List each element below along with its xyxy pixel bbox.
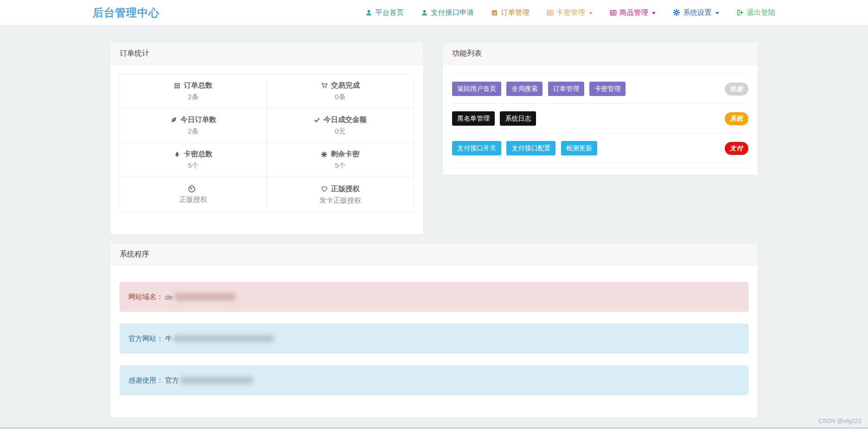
blacklist-management-button[interactable]: 黑名单管理 [452,111,495,126]
alert-value-prefix: 牛 [165,334,172,343]
alert-value-prefix: de [165,293,173,301]
system-program-card: 系统程序 网站域名： de 官方网站： 牛 感谢使用： 官方 [110,243,758,418]
redacted-text [181,377,253,384]
navbar-container: 后台管理中心 平台首页 支付接口申请 订单管理 [93,0,775,25]
top-row: 订单统计 订单总数 2条 交易完成 0条 今日订单数 2条 [110,42,758,235]
check-icon [314,117,320,123]
function-list-card: 功能列表 返回用户首页 全局搜索 订单管理 卡密管理 快捷 [442,42,758,175]
burst-icon [321,151,327,158]
alert-value-prefix: 官方 [165,376,179,385]
nav-item-order-management[interactable]: 订单管理 [491,8,530,18]
alert-label: 感谢使用： [128,376,163,385]
nav-item-card-management[interactable]: 卡密管理 [547,8,593,18]
user-icon [421,9,428,16]
stat-value: 0元 [335,127,345,136]
stat-cell-today-orders: 今日订单数 2条 [120,109,267,143]
order-stats-title: 订单统计 [110,42,423,64]
function-row-payment: 支付接口开关 支付接口配置 检测更新 支付 [452,134,748,163]
stats-table: 订单总数 2条 交易完成 0条 今日订单数 2条 今日成交金额 0元 [120,74,414,212]
gauge-icon [188,185,196,193]
list-icon [610,9,617,16]
nav-item-product-management[interactable]: 商品管理 [610,8,656,18]
cart-icon [321,82,328,89]
nav-label: 订单管理 [501,8,530,18]
stat-value: 5个 [188,161,198,170]
order-stats-card: 订单统计 订单总数 2条 交易完成 0条 今日订单数 2条 [110,42,424,235]
alert-label: 官方网站： [128,334,163,343]
heart-icon [321,186,328,192]
function-row-quick: 返回用户首页 全局搜索 订单管理 卡密管理 快捷 [452,74,748,104]
nav-label: 平台首页 [375,8,404,18]
system-program-title: 系统程序 [110,243,758,265]
function-list-title: 功能列表 [443,42,758,64]
stat-cell-license: 正版授权 [120,177,267,211]
quick-badge: 快捷 [725,83,748,96]
nav-label: 支付接口申请 [431,8,474,18]
alert-site-domain: 网站域名： de [120,282,748,312]
payment-switch-button[interactable]: 支付接口开关 [452,141,501,155]
stat-cell-today-amount: 今日成交金额 0元 [267,109,414,143]
alert-label: 网站域名： [128,293,163,301]
stat-value: 2条 [188,127,198,136]
check-update-button[interactable]: 检测更新 [561,141,597,155]
card-management-button[interactable]: 卡密管理 [589,82,625,96]
redacted-text [175,293,235,301]
nav-item-system-settings[interactable]: 系统设置 [673,8,719,18]
chevron-down-icon [652,12,656,14]
function-row-system: 黑名单管理 系统日志 系统 [452,104,748,134]
gear-icon [673,9,680,16]
stat-label: 今日订单数 [180,115,217,125]
function-buttons: 返回用户首页 全局搜索 订单管理 卡密管理 [452,82,629,96]
function-list-body: 返回用户首页 全局搜索 订单管理 卡密管理 快捷 黑名单管理 系统日志 系统 [443,64,758,175]
chevron-down-icon [589,12,593,14]
nav-label: 商品管理 [619,8,648,18]
logout-icon [736,9,744,16]
tree-icon [174,151,180,158]
stat-label: 交易完成 [331,81,360,90]
stat-label: 正版授权 [331,184,360,194]
grid-icon [174,83,180,89]
brand-logo[interactable]: 后台管理中心 [93,6,160,20]
stat-cell-remaining-cards: 剩余卡密 5个 [267,143,414,177]
stat-cell-completed-trades: 交易完成 0条 [267,74,414,109]
stat-value: 正版授权 [179,195,207,204]
global-search-button[interactable]: 全局搜索 [506,82,542,96]
stat-label: 今日成交金额 [324,115,367,125]
function-buttons: 支付接口开关 支付接口配置 检测更新 [452,141,600,155]
nav-item-logout[interactable]: 退出登陆 [736,8,775,18]
stat-cell-license-issuer: 正版授权 发卡正版授权 [267,177,414,211]
back-to-user-home-button[interactable]: 返回用户首页 [452,82,501,96]
function-rows: 返回用户首页 全局搜索 订单管理 卡密管理 快捷 黑名单管理 系统日志 系统 [452,74,748,163]
alert-thanks: 感谢使用： 官方 [120,365,748,395]
system-log-button[interactable]: 系统日志 [500,111,536,126]
redacted-text [174,335,274,342]
nav-item-platform-home[interactable]: 平台首页 [365,8,404,18]
alert-official-site: 官方网站： 牛 [120,324,748,353]
system-badge: 系统 [725,112,748,125]
stat-label: 剩余卡密 [331,149,359,159]
payment-config-button[interactable]: 支付接口配置 [506,141,555,155]
leaf-icon [170,116,177,123]
chevron-down-icon [715,12,719,14]
system-program-body: 网站域名： de 官方网站： 牛 感谢使用： 官方 [110,265,758,417]
list-icon [547,9,554,16]
watermark: CSDN @efg222 [818,417,862,424]
top-navbar: 后台管理中心 平台首页 支付接口申请 订单管理 [0,0,868,26]
nav-item-payment-apply[interactable]: 支付接口申请 [421,8,474,18]
nav-label: 系统设置 [683,8,712,18]
function-buttons: 黑名单管理 系统日志 [452,111,539,126]
calendar-icon [491,9,498,16]
stat-value: 5个 [335,161,345,170]
stat-cell-total-cards: 卡密总数 5个 [120,143,267,177]
order-management-button[interactable]: 订单管理 [548,82,584,96]
user-icon [365,9,372,16]
main-content: 订单统计 订单总数 2条 交易完成 0条 今日订单数 2条 [110,42,758,418]
stat-label: 卡密总数 [184,149,212,159]
stat-value: 2条 [188,93,198,102]
nav-label: 卡密管理 [556,8,585,18]
stat-value: 0条 [335,93,345,102]
order-stats-body: 订单总数 2条 交易完成 0条 今日订单数 2条 今日成交金额 0元 [110,64,423,234]
stat-value: 发卡正版授权 [319,196,361,205]
nav-label: 退出登陆 [747,8,775,18]
stat-label: 订单总数 [184,81,212,90]
